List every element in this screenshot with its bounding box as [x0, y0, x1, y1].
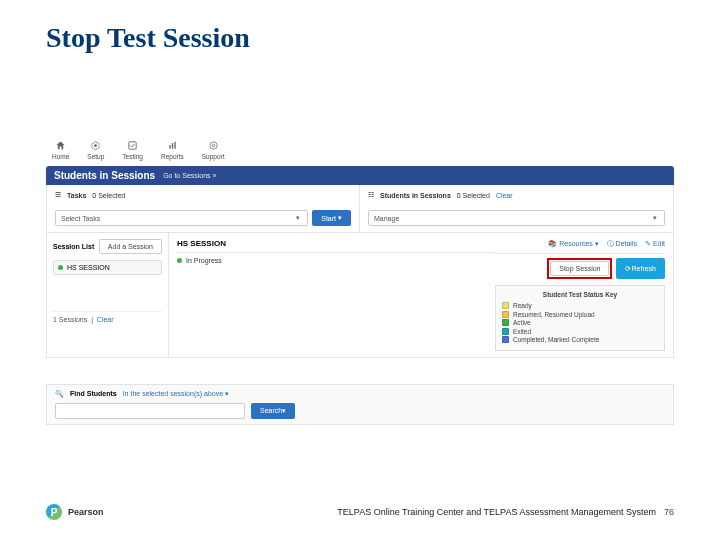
clear-sessions-link[interactable]: Clear	[97, 316, 114, 323]
svg-point-0	[94, 144, 97, 147]
tasks-selected-count: 0 Selected	[92, 192, 125, 199]
nav-support[interactable]: Support	[202, 140, 225, 160]
find-students-bar: 🔍 Find Students In the selected session(…	[46, 384, 674, 425]
swatch-icon	[502, 311, 509, 318]
check-icon	[127, 140, 138, 151]
students-selected-count: 0 Selected	[457, 192, 490, 199]
nav-testing[interactable]: Testing	[122, 140, 143, 160]
home-icon	[55, 140, 66, 151]
search-icon: 🔍	[55, 390, 64, 398]
students-label: Students in Sessions	[380, 192, 451, 199]
details-link[interactable]: ⓘ Details	[607, 239, 637, 249]
start-button[interactable]: Start ▾	[312, 210, 351, 226]
svg-rect-2	[169, 145, 170, 149]
status-key-panel: Student Test Status Key Ready Resumed, R…	[495, 285, 665, 351]
stop-session-highlight: Stop Session	[547, 258, 612, 279]
manage-dropdown[interactable]: Manage ▾	[368, 210, 665, 226]
status-dot-icon	[177, 258, 182, 263]
find-scope-dropdown[interactable]: In the selected session(s) above ▾	[123, 390, 229, 398]
edit-link[interactable]: ✎ Edit	[645, 240, 665, 248]
list-icon: ☰	[55, 191, 61, 199]
manage-label: Manage	[374, 215, 399, 222]
status-key-row: Ready	[502, 302, 658, 309]
status-key-row: Exited	[502, 328, 658, 335]
nav-label: Home	[52, 153, 69, 160]
slide-footer: P Pearson TELPAS Online Training Center …	[46, 504, 674, 520]
status-key-row: Active	[502, 319, 658, 326]
session-detail-title: HS SESSION	[177, 239, 495, 253]
go-to-sessions-link[interactable]: Go to Sessions »	[163, 172, 216, 179]
select-tasks-dropdown[interactable]: Select Tasks ▾	[55, 210, 308, 226]
svg-point-6	[212, 144, 215, 147]
bars-icon	[167, 140, 178, 151]
session-list-title: Session List	[53, 243, 94, 250]
swatch-icon	[502, 319, 509, 326]
top-nav: Home Setup Testing Reports Support	[46, 136, 674, 166]
tasks-label: Tasks	[67, 192, 86, 199]
add-session-button[interactable]: Add a Session	[99, 239, 162, 254]
chevron-down-icon: ▾	[650, 214, 660, 222]
nav-label: Support	[202, 153, 225, 160]
nav-setup[interactable]: Setup	[87, 140, 104, 160]
session-count: 1 Sessions	[53, 316, 87, 323]
status-dot-icon	[58, 265, 63, 270]
resources-link[interactable]: 📚 Resources ▾	[548, 240, 598, 248]
slide-title: Stop Test Session	[0, 0, 720, 54]
session-item-label: HS SESSION	[67, 264, 110, 271]
select-tasks-label: Select Tasks	[61, 215, 100, 222]
session-list-item[interactable]: HS SESSION	[53, 260, 162, 275]
gear-icon	[90, 140, 101, 151]
session-list: Session List Add a Session HS SESSION 1 …	[47, 233, 169, 357]
swatch-icon	[502, 302, 509, 309]
status-key-label: Ready	[513, 302, 532, 309]
page-title: Students in Sessions	[54, 170, 155, 181]
status-key-title: Student Test Status Key	[502, 291, 658, 298]
svg-rect-3	[172, 143, 173, 149]
clear-link[interactable]: Clear	[496, 192, 513, 199]
find-scope-label: In the selected session(s) above	[123, 390, 223, 397]
svg-point-5	[209, 142, 216, 149]
nav-reports[interactable]: Reports	[161, 140, 184, 160]
swatch-icon	[502, 336, 509, 343]
nav-label: Reports	[161, 153, 184, 160]
lifebuoy-icon	[208, 140, 219, 151]
refresh-label: Refresh	[631, 265, 656, 272]
status-key-label: Exited	[513, 328, 531, 335]
resources-label: Resources	[559, 240, 592, 247]
stop-session-button[interactable]: Stop Session	[550, 261, 609, 276]
toolbar-row: ☰ Tasks 0 Selected Select Tasks ▾ Start …	[46, 185, 674, 233]
pearson-brand-text: Pearson	[68, 507, 104, 517]
pearson-p-icon: P	[46, 504, 62, 520]
session-status-text: In Progress	[186, 257, 222, 264]
details-label: Details	[616, 240, 637, 247]
status-key-label: Active	[513, 319, 531, 326]
page-number: 76	[664, 507, 674, 517]
status-key-row: Resumed, Resumed Upload	[502, 311, 658, 318]
chevron-down-icon: ▾	[293, 214, 303, 222]
status-key-label: Completed, Marked Complete	[513, 336, 599, 343]
find-students-label: Find Students	[70, 390, 117, 397]
page-header: Students in Sessions Go to Sessions »	[46, 166, 674, 185]
svg-rect-4	[174, 142, 175, 149]
nav-home[interactable]: Home	[52, 140, 69, 160]
session-detail: HS SESSION In Progress 📚 Resources ▾ ⓘ D…	[169, 233, 673, 357]
app-screenshot: Home Setup Testing Reports Support	[46, 136, 674, 425]
svg-rect-1	[129, 142, 136, 149]
main-panel: Session List Add a Session HS SESSION 1 …	[46, 233, 674, 358]
nav-label: Testing	[122, 153, 143, 160]
students-icon: ☷	[368, 191, 374, 199]
search-button-label: Search	[260, 407, 282, 414]
find-students-input[interactable]	[55, 403, 245, 419]
start-button-label: Start	[321, 215, 336, 222]
edit-label: Edit	[653, 240, 665, 247]
search-button[interactable]: Search ▾	[251, 403, 295, 419]
refresh-button[interactable]: ⟳ Refresh	[616, 258, 665, 279]
pearson-logo: P Pearson	[46, 504, 104, 520]
status-key-row: Completed, Marked Complete	[502, 336, 658, 343]
nav-label: Setup	[87, 153, 104, 160]
footer-caption: TELPAS Online Training Center and TELPAS…	[337, 507, 656, 517]
session-list-footer: 1 Sessions | Clear	[53, 311, 162, 323]
swatch-icon	[502, 328, 509, 335]
status-key-label: Resumed, Resumed Upload	[513, 311, 595, 318]
